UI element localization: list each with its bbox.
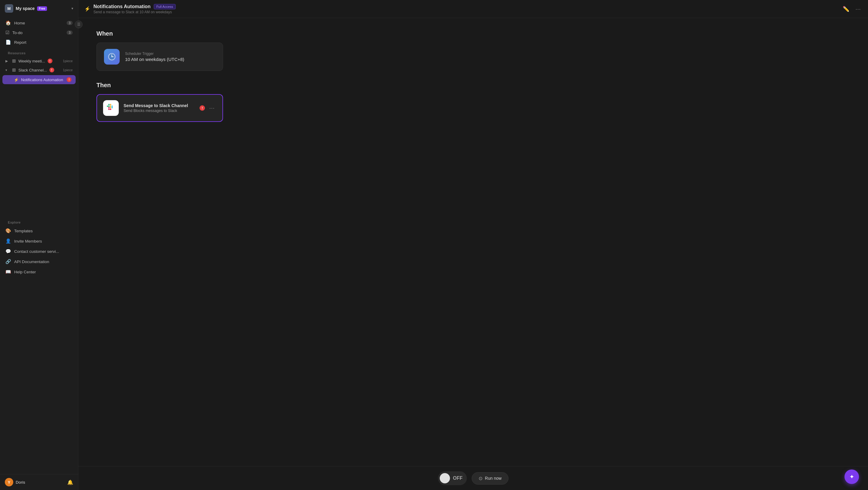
action-menu-button[interactable]: ⋯	[207, 104, 216, 112]
slack-icon	[103, 100, 119, 116]
run-now-label: Run now	[485, 476, 501, 481]
explore-section-label: Explore	[2, 217, 76, 226]
sidebar-footer: Y Doris 🔔	[0, 474, 78, 490]
toggle-switch[interactable]: OFF	[438, 471, 467, 485]
trigger-value: 10 AM on weekdays (UTC+8)	[125, 57, 184, 62]
templates-icon: 🎨	[5, 228, 11, 234]
main-content: ⚡ Notifications Automation Full Access S…	[79, 0, 868, 490]
grid-icon: ⊞	[12, 58, 16, 64]
fab-button[interactable]: ✦	[844, 469, 859, 484]
home-icon: 🏠	[5, 20, 11, 26]
when-title: When	[96, 30, 113, 37]
automation-icon: ⚡	[14, 78, 19, 82]
toggle-label: OFF	[453, 475, 464, 481]
grid-icon: ⊞	[12, 67, 16, 73]
svg-rect-6	[108, 104, 110, 105]
plan-badge: Free	[37, 6, 47, 11]
report-icon: 📄	[5, 39, 11, 45]
sidebar-item-home[interactable]: 🏠 Home 3	[2, 18, 76, 28]
sidebar: M My space Free ▾ 🏠 Home 3 ☑ To-do 3 📄 R…	[0, 0, 79, 490]
page-subtitle: Send a message to Slack at 10 AM on week…	[93, 10, 176, 14]
resources-section-label: Resources	[2, 47, 76, 56]
weekly-label: Weekly meeti...	[19, 59, 45, 63]
trigger-card[interactable]: Scheduler Trigger 10 AM on weekdays (UTC…	[96, 42, 223, 71]
topbar: ⚡ Notifications Automation Full Access S…	[79, 0, 868, 18]
run-icon: ⊙	[478, 475, 483, 481]
action-info: Send Message to Slack Channel Send Block…	[124, 103, 188, 113]
slack-label: Slack Channel...	[19, 68, 47, 73]
sidebar-item-help[interactable]: 📖 Help Center	[2, 267, 76, 277]
sidebar-collapse-button[interactable]: ☰	[75, 21, 83, 28]
workspace-name: My space	[16, 6, 35, 11]
slack-err-badge: !	[50, 67, 54, 73]
slack-piece: 1piece	[63, 68, 73, 72]
expand-icon: ▾	[5, 68, 10, 72]
then-title: Then	[96, 82, 223, 89]
svg-rect-10	[110, 106, 111, 107]
action-title: Send Message to Slack Channel	[124, 103, 188, 108]
svg-rect-13	[108, 109, 110, 110]
templates-label: Templates	[14, 229, 33, 233]
bottom-bar: OFF ⊙ Run now	[79, 466, 868, 490]
action-subtitle: Send Blocks messages to Slack	[124, 109, 188, 113]
contact-icon: 💬	[5, 249, 11, 254]
page-title: Notifications Automation	[93, 4, 151, 9]
sidebar-item-automation[interactable]: ⚡ Notifications Automation !	[2, 75, 76, 84]
fab-icon: ✦	[849, 473, 855, 480]
todo-icon: ☑	[5, 30, 9, 35]
topbar-title-group: Notifications Automation Full Access Sen…	[93, 4, 176, 14]
invite-icon: 👤	[5, 238, 11, 244]
sidebar-item-templates[interactable]: 🎨 Templates	[2, 226, 76, 236]
sidebar-item-todo-label: To-do	[12, 30, 23, 35]
sidebar-item-invite[interactable]: 👤 Invite Members	[2, 236, 76, 246]
chevron-down-icon: ▾	[71, 6, 73, 10]
trigger-label: Scheduler Trigger	[125, 52, 184, 56]
weekly-err-badge: !	[48, 59, 53, 63]
automation-err-badge: !	[67, 77, 71, 82]
topbar-actions: ✏️ ⋯	[841, 4, 862, 13]
automation-topbar-icon: ⚡	[84, 6, 90, 12]
sidebar-item-contact[interactable]: 💬 Contact customer servi...	[2, 246, 76, 256]
svg-rect-16	[112, 107, 113, 108]
explore-section: Explore 🎨 Templates 👤 Invite Members 💬 C…	[0, 214, 78, 279]
action-error-badge: !	[199, 105, 205, 111]
sidebar-item-todo[interactable]: ☑ To-do 3	[2, 28, 76, 37]
run-now-button[interactable]: ⊙ Run now	[472, 472, 508, 485]
user-avatar: Y	[5, 478, 13, 486]
sidebar-item-report[interactable]: 📄 Report	[2, 37, 76, 47]
slack-logo-svg	[106, 103, 116, 113]
automation-label: Notifications Automation	[21, 78, 63, 82]
user-name: Doris	[16, 480, 25, 485]
svg-rect-14	[110, 109, 111, 110]
api-label: API Documentation	[14, 259, 49, 264]
sidebar-item-weekly[interactable]: ▶ ⊞ Weekly meeti... ! 1piece	[2, 56, 76, 65]
svg-rect-12	[108, 107, 110, 108]
help-icon: 📖	[5, 269, 11, 275]
contact-label: Contact customer servi...	[14, 249, 59, 254]
svg-rect-7	[108, 106, 110, 107]
expand-icon: ▶	[5, 59, 10, 63]
toggle-knob	[440, 473, 450, 483]
sidebar-item-home-label: Home	[14, 21, 25, 25]
api-icon: 🔗	[5, 259, 11, 264]
svg-rect-8	[107, 106, 108, 107]
sidebar-item-report-label: Report	[14, 40, 27, 45]
access-badge: Full Access	[154, 4, 176, 9]
action-card[interactable]: Send Message to Slack Channel Send Block…	[96, 94, 223, 122]
home-badge: 3	[67, 21, 73, 25]
sidebar-item-api[interactable]: 🔗 API Documentation	[2, 256, 76, 267]
clock-svg	[107, 52, 116, 61]
then-section: Then	[96, 82, 223, 122]
help-label: Help Center	[14, 270, 36, 274]
svg-rect-15	[112, 106, 113, 107]
action-card-menu: ! ⋯	[199, 104, 216, 112]
sidebar-item-slack[interactable]: ▾ ⊞ Slack Channel... ! 1piece	[2, 65, 76, 75]
more-button[interactable]: ⋯	[854, 4, 862, 13]
automation-content: When Scheduler Trigger 10 AM on weekdays…	[79, 18, 868, 490]
todo-badge: 3	[67, 30, 73, 35]
bell-icon[interactable]: 🔔	[67, 480, 73, 485]
edit-button[interactable]: ✏️	[841, 4, 850, 13]
collapse-icon: ☰	[77, 22, 81, 27]
workspace-header[interactable]: M My space Free ▾	[0, 0, 78, 17]
workspace-avatar: M	[5, 4, 13, 13]
